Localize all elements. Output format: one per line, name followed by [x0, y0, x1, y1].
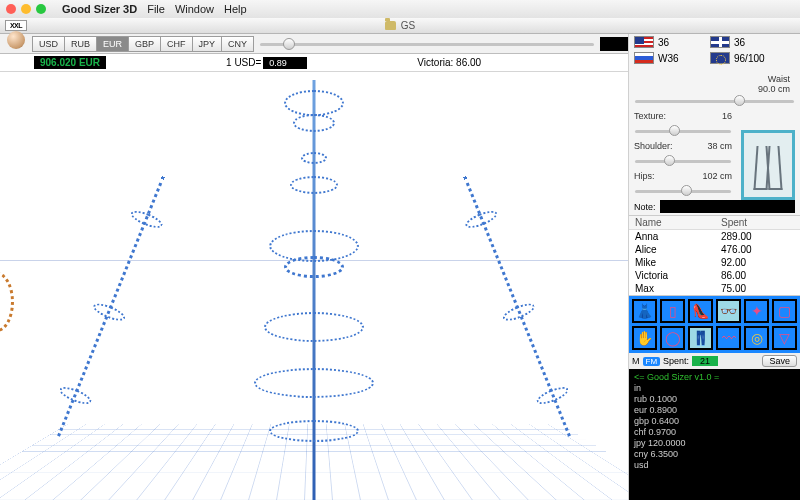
table-row[interactable]: Anna289.00: [629, 230, 800, 243]
spent-value[interactable]: 21: [692, 356, 718, 366]
item-glove[interactable]: ✋: [632, 326, 657, 350]
table-row[interactable]: Max75.00: [629, 282, 800, 295]
currency-cny[interactable]: CNY: [221, 36, 254, 52]
size-row-rus: W36 96/100: [629, 50, 800, 66]
spent-label: Spent:: [663, 356, 689, 366]
console-line: jpy 120.0000: [634, 438, 795, 449]
folder-icon: [385, 21, 396, 30]
side-disc-icon: [0, 272, 14, 332]
shoulder-label: Shoulder:: [634, 141, 704, 151]
item-glasses[interactable]: 👓: [716, 299, 741, 323]
garment-grid[interactable]: 👗 ▯ 👠 👓 ✦ ▢ ✋ ◯ 👖 〰 ◎ ▽: [629, 296, 800, 353]
hips-slider[interactable]: [635, 184, 731, 198]
size-rus: W36: [658, 53, 706, 64]
note-input[interactable]: [660, 200, 795, 213]
console-header: <= Good Sizer v1.0 =: [634, 372, 795, 383]
size-usa: 36: [658, 37, 706, 48]
flag-rus-icon: [634, 52, 654, 64]
shoulder-value: 38 cm: [707, 141, 732, 151]
window-controls[interactable]: [6, 4, 46, 14]
top-slider[interactable]: [260, 37, 594, 51]
table-row[interactable]: Alice476.00: [629, 243, 800, 256]
waist-slider[interactable]: [635, 94, 794, 108]
item-tank[interactable]: ▯: [660, 299, 685, 323]
note-label: Note:: [634, 202, 656, 212]
pants-icon: [752, 140, 784, 190]
hips-value: 102 cm: [702, 171, 732, 181]
item-heel[interactable]: 👠: [688, 299, 713, 323]
right-panel: 36 36 W36 96/100 Waist 90.0 cm Texture: …: [628, 34, 800, 500]
item-dress[interactable]: 👗: [632, 299, 657, 323]
item-panties[interactable]: ▽: [772, 326, 797, 350]
item-ring[interactable]: ◎: [744, 326, 769, 350]
balance-display: 906.020 EUR: [34, 56, 106, 69]
flag-uk-icon: [710, 36, 730, 48]
currency-jpy[interactable]: JPY: [192, 36, 222, 52]
col-spent: Spent: [715, 216, 753, 229]
people-table[interactable]: Name Spent Anna289.00 Alice476.00 Mike92…: [629, 215, 800, 296]
3d-viewport[interactable]: [0, 72, 628, 500]
console-line: cny 6.3500: [634, 449, 795, 460]
size-eu: 96/100: [734, 53, 782, 64]
currency-selector[interactable]: USD RUB EUR GBP CHF JPY CNY: [32, 36, 254, 52]
waist-value: 90.0 cm: [639, 84, 790, 94]
fm-bar: M FM Spent: 21 Save: [629, 353, 800, 369]
currency-chf[interactable]: CHF: [160, 36, 192, 52]
app-badge: XXL: [2, 20, 30, 54]
currency-eur[interactable]: EUR: [96, 36, 128, 52]
shoulder-slider[interactable]: [635, 154, 731, 168]
viewport-label: Victoria: 86.00: [417, 57, 481, 68]
currency-rub[interactable]: RUB: [64, 36, 96, 52]
flag-eu-icon: [710, 52, 730, 64]
mac-menubar: Good Sizer 3D File Window Help: [0, 0, 800, 18]
item-bra[interactable]: ✦: [744, 299, 769, 323]
item-top[interactable]: ▢: [772, 299, 797, 323]
minimize-icon[interactable]: [21, 4, 31, 14]
waist-label: Waist: [639, 74, 790, 84]
size-row-usa: 36 36: [629, 34, 800, 50]
console-line: eur 0.8900: [634, 405, 795, 416]
mannequin-head-icon: [7, 31, 25, 49]
window-titlebar: GS: [0, 18, 800, 34]
menu-help[interactable]: Help: [224, 3, 247, 15]
wireframe-mannequin[interactable]: [124, 80, 504, 500]
rate-label: 1 USD=: [226, 57, 261, 68]
console-line: in: [634, 383, 795, 394]
close-icon[interactable]: [6, 4, 16, 14]
m-label[interactable]: M: [632, 356, 640, 366]
zoom-icon[interactable]: [36, 4, 46, 14]
waist-label-block: Waist 90.0 cm: [629, 66, 800, 94]
table-header: Name Spent: [629, 216, 800, 230]
hips-label: Hips:: [634, 171, 699, 181]
table-row[interactable]: Mike92.00: [629, 256, 800, 269]
texture-value: 16: [722, 111, 732, 121]
console-output[interactable]: <= Good Sizer v1.0 = in rub 0.1000 eur 0…: [629, 369, 800, 500]
size-uk: 36: [734, 37, 782, 48]
fm-chip[interactable]: FM: [643, 357, 661, 366]
save-button[interactable]: Save: [762, 355, 797, 367]
table-row[interactable]: Victoria86.00: [629, 269, 800, 282]
texture-label: Texture:: [634, 111, 719, 121]
item-hat[interactable]: ◯: [660, 326, 685, 350]
currency-gbp[interactable]: GBP: [128, 36, 160, 52]
currency-usd[interactable]: USD: [32, 36, 64, 52]
col-name: Name: [629, 216, 715, 229]
console-line: rub 0.1000: [634, 394, 795, 405]
app-name[interactable]: Good Sizer 3D: [62, 3, 137, 15]
garment-preview[interactable]: [741, 130, 795, 200]
item-socks[interactable]: 〰: [716, 326, 741, 350]
menu-window[interactable]: Window: [175, 3, 214, 15]
console-line: gbp 0.6400: [634, 416, 795, 427]
console-line: chf 0.9700: [634, 427, 795, 438]
flag-usa-icon: [634, 36, 654, 48]
window-title: GS: [401, 20, 415, 31]
xxl-tag-icon: XXL: [5, 20, 27, 31]
item-pants[interactable]: 👖: [688, 326, 713, 350]
console-line: usd: [634, 460, 795, 471]
texture-slider[interactable]: [635, 124, 731, 138]
exchange-rate: 1 USD= 0.89: [226, 57, 307, 69]
rate-value[interactable]: 0.89: [263, 57, 307, 69]
menu-file[interactable]: File: [147, 3, 165, 15]
